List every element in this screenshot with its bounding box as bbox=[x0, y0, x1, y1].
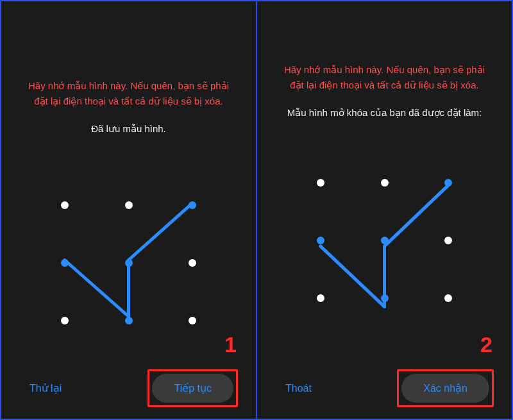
step-badge: 1 bbox=[224, 332, 237, 357]
warning-text: Hãy nhớ mẫu hình này. Nếu quên, bạn sẽ p… bbox=[1, 78, 256, 109]
pattern-dot-7[interactable] bbox=[381, 294, 389, 302]
pattern-dot-7[interactable] bbox=[125, 317, 133, 324]
pattern-dot-1[interactable] bbox=[125, 201, 133, 209]
pattern-dot-8[interactable] bbox=[189, 317, 196, 324]
pattern-dot-8[interactable] bbox=[444, 294, 452, 302]
pattern-dot-4[interactable] bbox=[125, 259, 133, 267]
bottom-bar: Thử lại Tiếp tục bbox=[1, 360, 256, 419]
highlight-annotation: Tiếp tục bbox=[147, 369, 238, 407]
continue-button[interactable]: Tiếp tục bbox=[152, 374, 233, 403]
pattern-dot-2[interactable] bbox=[444, 179, 452, 187]
pattern-dot-6[interactable] bbox=[61, 317, 69, 324]
bottom-bar: Thoát Xác nhận bbox=[257, 360, 512, 419]
pattern-grid[interactable] bbox=[1, 135, 256, 360]
pattern-lines bbox=[1, 135, 256, 360]
status-text: Mẫu hình mở khóa của bạn đã được đặt làm… bbox=[257, 107, 512, 119]
status-text: Đã lưu mẫu hình. bbox=[1, 123, 256, 135]
warning-text: Hãy nhớ mẫu hình này. Nếu quên, bạn sẽ p… bbox=[257, 62, 512, 93]
pattern-dot-6[interactable] bbox=[317, 294, 324, 302]
confirm-button[interactable]: Xác nhận bbox=[401, 374, 489, 403]
retry-button[interactable]: Thử lại bbox=[19, 374, 72, 402]
pattern-dot-0[interactable] bbox=[317, 179, 324, 187]
screen-pattern-confirm: Hãy nhớ mẫu hình này. Nếu quên, bạn sẽ p… bbox=[257, 1, 512, 419]
pattern-dot-4[interactable] bbox=[381, 237, 389, 244]
pattern-grid[interactable] bbox=[257, 119, 512, 360]
pattern-dot-3[interactable] bbox=[317, 237, 324, 244]
pattern-dot-2[interactable] bbox=[189, 201, 196, 209]
screen-pattern-saved: Hãy nhớ mẫu hình này. Nếu quên, bạn sẽ p… bbox=[1, 1, 257, 419]
step-badge: 2 bbox=[480, 332, 492, 357]
pattern-dot-0[interactable] bbox=[61, 201, 69, 209]
pattern-dot-5[interactable] bbox=[189, 259, 196, 267]
highlight-annotation: Xác nhận bbox=[397, 369, 494, 407]
pattern-dot-3[interactable] bbox=[61, 259, 69, 267]
pattern-dot-5[interactable] bbox=[444, 237, 452, 244]
exit-button[interactable]: Thoát bbox=[275, 375, 322, 402]
pattern-dot-1[interactable] bbox=[381, 179, 389, 187]
